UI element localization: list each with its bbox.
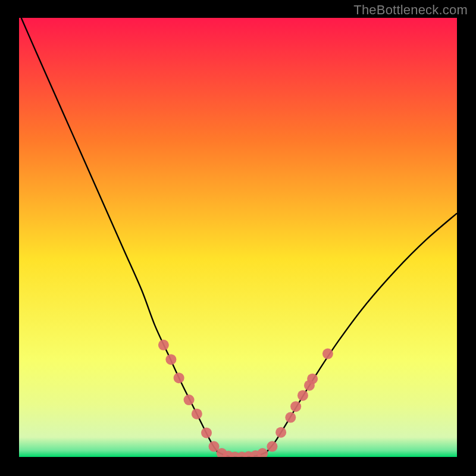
data-marker: [201, 427, 212, 438]
data-marker: [267, 441, 277, 452]
data-marker: [192, 409, 202, 419]
plot-background: [19, 18, 457, 457]
data-marker: [165, 354, 176, 365]
data-marker: [174, 372, 184, 383]
data-marker: [290, 401, 301, 412]
data-marker: [285, 412, 296, 423]
data-marker: [322, 349, 333, 359]
data-marker: [275, 427, 286, 438]
watermark-text: TheBottleneck.com: [353, 2, 468, 18]
data-marker: [257, 448, 268, 459]
data-marker: [307, 374, 318, 384]
chart-svg: [0, 0, 476, 476]
data-marker: [158, 340, 169, 350]
data-marker: [184, 394, 195, 405]
data-marker: [298, 390, 308, 401]
chart-stage: TheBottleneck.com: [0, 0, 476, 476]
